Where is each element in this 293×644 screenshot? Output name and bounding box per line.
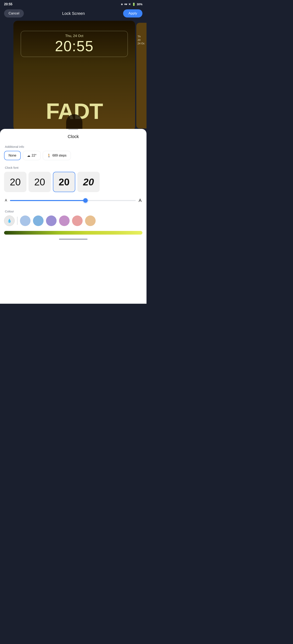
colour-divider (17, 217, 18, 225)
sheet-handle[interactable] (68, 129, 78, 130)
figure-head (66, 114, 82, 130)
info-weather-label: 22° (32, 154, 37, 157)
colour-transparent[interactable]: 💧 (4, 216, 15, 226)
status-icons: ∗ ▾▾ ✕ 🔋 30% (121, 3, 142, 6)
info-option-weather[interactable]: ☁ 22° (23, 151, 41, 160)
font-option-3[interactable]: 20 (77, 172, 100, 192)
peek-date-text: Th2024 Oc (136, 23, 147, 46)
font-option-1[interactable]: 20 (29, 172, 51, 192)
size-slider-track[interactable] (10, 200, 136, 201)
wallpaper-left-peek (0, 23, 12, 128)
bottom-sheet: Clock Additional info None ☁ 22° 🚶 689 s… (0, 129, 147, 304)
gradient-bar-container (0, 231, 147, 234)
colour-peach[interactable] (85, 216, 96, 226)
wifi-icon: ▾▾ (124, 3, 127, 6)
wallpaper-figure (14, 94, 135, 130)
info-options-row: None ☁ 22° 🚶 689 steps (0, 151, 147, 160)
apply-button[interactable]: Apply (123, 9, 142, 18)
slider-knob[interactable] (83, 198, 88, 203)
cloud-icon: ☁ (27, 154, 30, 158)
additional-info-label: Additional info (0, 145, 147, 148)
colour-sky-blue[interactable] (33, 216, 44, 226)
sheet-title: Clock (0, 134, 147, 139)
slider-min-label: A (5, 198, 7, 202)
wallpaper-right-peek: Th2024 Oc (136, 23, 147, 128)
size-slider-row: A A (0, 198, 147, 203)
slider-fill (10, 200, 86, 201)
info-none-label: None (9, 154, 16, 157)
wallpaper-time: 20:55 (27, 39, 121, 54)
colour-lavender[interactable] (46, 216, 57, 226)
wallpaper-clock-box: Thu, 24 Oct 20:55 (21, 31, 128, 57)
battery-percent: 30% (137, 3, 142, 6)
colour-mauve[interactable] (59, 216, 70, 226)
page-title: Lock Screen (62, 11, 85, 16)
colour-options-row: 💧 (0, 216, 147, 226)
wallpaper-date: Thu, 24 Oct (27, 34, 121, 38)
bluetooth-icon: ∗ (121, 3, 123, 6)
bottom-handle-bar (59, 239, 88, 240)
slider-max-label: A (139, 198, 142, 203)
status-time: 20:55 (4, 2, 13, 6)
battery-icon: 🔋 (132, 3, 136, 6)
font-options-row: 20 20 20 20 (0, 172, 147, 192)
clock-font-label: Clock font (0, 166, 147, 169)
walk-icon: 🚶 (47, 154, 51, 158)
signal-icon: ✕ (128, 3, 131, 6)
wallpaper-main[interactable]: Thu, 24 Oct 20:55 FADT (14, 21, 135, 130)
colour-light-blue[interactable] (20, 216, 31, 226)
info-option-none[interactable]: None (4, 151, 21, 160)
font-option-2[interactable]: 20 (53, 172, 75, 192)
font-option-0[interactable]: 20 (4, 172, 27, 192)
top-nav: Cancel Lock Screen Apply (0, 8, 147, 21)
info-option-steps[interactable]: 🚶 689 steps (43, 151, 71, 160)
wallpaper-area: Thu, 24 Oct 20:55 FADT Th2024 Oc (0, 21, 147, 130)
cancel-button[interactable]: Cancel (4, 9, 24, 18)
colour-rose[interactable] (72, 216, 83, 226)
status-bar: 20:55 ∗ ▾▾ ✕ 🔋 30% (0, 0, 147, 8)
info-steps-label: 689 steps (52, 154, 66, 157)
gradient-bar[interactable] (4, 231, 142, 234)
colour-section-label: Colour (0, 210, 147, 213)
droplet-icon: 💧 (7, 218, 12, 223)
